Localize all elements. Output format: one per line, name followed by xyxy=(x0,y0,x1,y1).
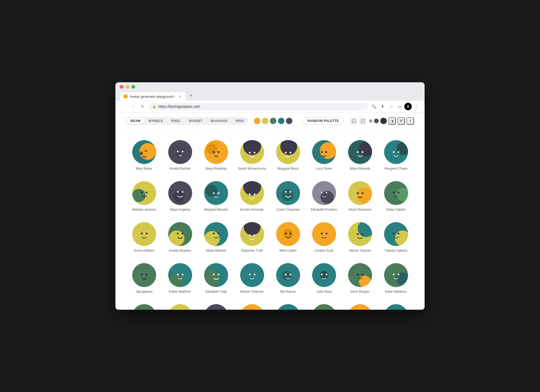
avatar-cell-partial-3[interactable] xyxy=(198,299,234,310)
avatar-cell-maya-angelou[interactable]: Maya Angelou xyxy=(162,176,198,217)
avatar-cell-babe-didrikson[interactable]: Babe Didrikson xyxy=(378,258,414,299)
avatar-cell-alicia-dickerson[interactable]: Alicia Dickerson xyxy=(342,176,378,217)
avatar-name-maria-mitchell: Maria Mitchell xyxy=(206,249,226,252)
style-tab-sunset[interactable]: SUNSET xyxy=(185,118,207,124)
avatar-name-margaret-brent: Margaret Brent xyxy=(277,167,299,170)
color-swatch-3[interactable] xyxy=(278,118,284,124)
avatar-cell-willa-cather[interactable]: Willa Cather xyxy=(270,217,306,258)
style-tab-beam[interactable]: BEAM xyxy=(127,118,144,124)
avatar-cell-esther-martinez[interactable]: Esther Martinez xyxy=(162,258,198,299)
avatar-cell-amelia-boynton[interactable]: Amelia Boynton xyxy=(162,217,198,258)
avatar-cell-partial-5[interactable] xyxy=(270,299,306,310)
github-icon[interactable]: ⌘ xyxy=(397,117,405,125)
tab-close-button[interactable]: ✕ xyxy=(178,94,182,99)
color-swatch-1[interactable] xyxy=(262,118,268,124)
avatar-cell-daisy-gatson[interactable]: Daisy Gatson xyxy=(378,176,414,217)
avatar-img-daisy-gatson xyxy=(384,181,408,205)
avatar-cell-eunice-kennedy[interactable]: Eunice Kennedy xyxy=(234,176,270,217)
avatar-cell-maria-mitchell[interactable]: Maria Mitchell xyxy=(198,217,234,258)
maximize-button[interactable] xyxy=(131,85,135,89)
svg-point-85 xyxy=(289,232,291,234)
bookmark-icon[interactable]: ☆ xyxy=(387,103,395,110)
size-small-dot[interactable] xyxy=(369,119,372,123)
svg-point-2 xyxy=(139,152,143,155)
avatar-cell-sacagawea[interactable]: Sacagawea xyxy=(126,258,162,299)
style-tab-marble[interactable]: MARBLE xyxy=(145,118,167,124)
avatar-cell-harriet-tubman[interactable]: Harriet Tubman xyxy=(342,217,378,258)
lock-icon: 🔒 xyxy=(152,105,156,108)
avatar-cell-lucy-stone[interactable]: Lucy Stone xyxy=(306,135,342,176)
avatar-cell-margaret-chase[interactable]: Margaret Chase xyxy=(378,135,414,176)
avatar-cell-elizabeth-peratrov[interactable]: Elizabeth Peratrov xyxy=(306,176,342,217)
avatar-cell-ma-rainey[interactable]: Ma Rainey xyxy=(270,258,306,299)
view-rounded-square-icon[interactable]: ◱ xyxy=(350,117,357,125)
color-swatch-2[interactable] xyxy=(270,118,276,124)
size-large-dot[interactable] xyxy=(380,118,387,124)
forward-button[interactable]: → xyxy=(129,103,137,110)
close-button[interactable] xyxy=(120,85,123,89)
avatar-cell-sarah-winnemucca[interactable]: Sarah Winnemucca xyxy=(234,135,270,176)
avatar-cell-partial-7[interactable] xyxy=(342,299,378,310)
sidebar-icon[interactable]: ▭ xyxy=(396,103,403,110)
svg-point-108 xyxy=(240,263,264,287)
avatar-img-carrie-chapman xyxy=(276,181,300,205)
random-palette-button[interactable]: RANDOM PALETTE xyxy=(303,117,344,125)
avatar-cell-fabiola-cabeza[interactable]: Fabiola Cabeza xyxy=(378,217,414,258)
avatar-cell-coretta-scott[interactable]: Coretta Scott xyxy=(306,217,342,258)
avatar-cell-margaret-brent[interactable]: Margaret Brent xyxy=(270,135,306,176)
avatar-cell-partial-6[interactable] xyxy=(306,299,342,310)
svg-point-12 xyxy=(207,144,217,155)
info-icon[interactable]: ℹ xyxy=(406,117,414,125)
avatar-cell-irene-morgan[interactable]: Irene Morgan xyxy=(342,258,378,299)
color-swatch-4[interactable] xyxy=(286,118,292,124)
svg-point-14 xyxy=(217,151,219,153)
svg-point-130 xyxy=(240,304,264,310)
svg-point-132 xyxy=(312,304,336,310)
refresh-button[interactable]: ↻ xyxy=(139,103,146,110)
avatar-cell-elizabeth-cady[interactable]: Elizabeth Cady xyxy=(198,258,234,299)
svg-point-21 xyxy=(285,152,287,154)
new-tab-button[interactable]: + xyxy=(186,91,196,101)
avatar-img-ma-rainey xyxy=(276,263,300,287)
avatar-cell-mary-edwards[interactable]: Mary Edwards xyxy=(342,135,378,176)
avatar-cell-mahalia-jackson[interactable]: Mahalia Jackson xyxy=(126,176,162,217)
url-bar[interactable]: 🔒 https://boringavatars.com xyxy=(148,103,368,110)
search-icon[interactable]: 🔍 xyxy=(370,103,378,110)
avatar-img-mary-roebling xyxy=(204,140,228,164)
x-profile-icon[interactable]: X xyxy=(404,103,412,110)
style-tab-bauhaus[interactable]: BAUHAUS xyxy=(207,118,232,124)
avatar-cell-partial-4[interactable] xyxy=(234,299,270,310)
avatar-cell-amelia-earhart[interactable]: Amelia Earhart xyxy=(162,135,198,176)
svg-point-103 xyxy=(182,273,183,275)
svg-point-101 xyxy=(169,273,184,287)
avatar-cell-partial-2[interactable] xyxy=(162,299,198,310)
avatar-img-sarah-winnemucca xyxy=(240,140,264,164)
svg-point-84 xyxy=(285,232,287,234)
avatar-cell-sojourner-truth[interactable]: Sojourner Truth xyxy=(234,217,270,258)
view-square-icon[interactable]: ◰ xyxy=(359,117,366,125)
contrast-icon[interactable]: ◑ xyxy=(388,117,396,125)
avatar-cell-margaret-bourke[interactable]: Margaret Bourke xyxy=(198,176,234,217)
back-button[interactable]: ← xyxy=(120,103,127,110)
avatar-cell-carrie-chapman[interactable]: Carrie Chapman xyxy=(270,176,306,217)
svg-point-77 xyxy=(217,232,219,234)
avatar-cell-bessie-coleman[interactable]: Bessie Coleman xyxy=(234,258,270,299)
svg-point-49 xyxy=(249,193,251,195)
style-tab-ring[interactable]: RING xyxy=(232,118,248,124)
avatar-cell-julia-ward[interactable]: Julia Ward xyxy=(306,258,342,299)
color-swatch-0[interactable] xyxy=(254,118,260,124)
avatar-cell-mary-roebling[interactable]: Mary Roebling xyxy=(198,135,234,176)
browser-tab[interactable]: 😐 Avatar generator playground - ✕ xyxy=(120,92,186,101)
style-tab-pixel[interactable]: PIXEL xyxy=(167,118,185,124)
minimize-button[interactable] xyxy=(126,85,129,89)
share-icon[interactable]: ⬆ xyxy=(379,103,386,110)
svg-point-42 xyxy=(182,191,183,193)
avatar-cell-partial-8[interactable] xyxy=(378,299,414,310)
size-medium-dot[interactable] xyxy=(374,119,379,123)
svg-point-133 xyxy=(348,304,372,310)
avatar-cell-emma-willard[interactable]: Emma Willard xyxy=(126,217,162,258)
avatar-cell-mary-baker[interactable]: Mary Baker xyxy=(126,135,162,176)
avatar-cell-partial-1[interactable] xyxy=(126,299,162,310)
menu-icon[interactable]: ⋮ xyxy=(413,103,420,110)
view-options: ◱ ◰ ◑ ⌘ ℹ xyxy=(350,117,414,125)
